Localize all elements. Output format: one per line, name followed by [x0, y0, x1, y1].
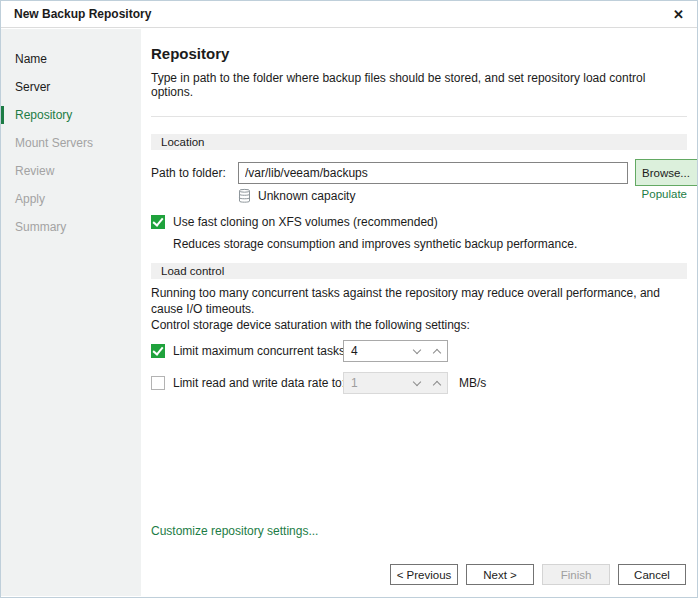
data-rate-label: Limit read and write data rate to: — [173, 376, 345, 390]
next-button[interactable]: Next > — [466, 564, 534, 585]
sidebar-item-name[interactable]: Name — [1, 45, 141, 73]
page-subtitle: Type in path to the folder where backup … — [151, 71, 687, 99]
browse-button[interactable]: Browse... — [635, 159, 698, 186]
header-divider — [151, 116, 687, 117]
max-tasks-checkbox[interactable] — [151, 344, 165, 358]
load-control-description-line1: Running too many concurrent tasks agains… — [151, 285, 687, 317]
chevron-down-icon[interactable] — [407, 341, 427, 361]
sidebar-item-summary[interactable]: Summary — [1, 213, 141, 241]
customize-repository-settings-link[interactable]: Customize repository settings... — [151, 524, 318, 538]
fast-cloning-checkbox[interactable] — [151, 215, 165, 229]
load-control-description-line2: Control storage device saturation with t… — [151, 317, 687, 333]
previous-button[interactable]: < Previous — [390, 564, 458, 585]
sidebar-item-server[interactable]: Server — [1, 73, 141, 101]
fast-cloning-label: Use fast cloning on XFS volumes (recomme… — [173, 215, 438, 229]
page-title: Repository — [151, 45, 687, 62]
sidebar-item-mount-servers[interactable]: Mount Servers — [1, 129, 141, 157]
chevron-down-icon — [407, 373, 427, 393]
data-rate-value: 1 — [344, 376, 407, 390]
fast-cloning-row: Use fast cloning on XFS volumes (recomme… — [151, 215, 687, 229]
data-rate-checkbox[interactable] — [151, 376, 165, 390]
path-to-folder-row: Path to folder: Browse... Populate — [151, 161, 687, 185]
capacity-status-text: Unknown capacity — [258, 189, 355, 203]
location-section-header: Location — [151, 134, 687, 150]
sidebar-item-repository[interactable]: Repository — [1, 101, 141, 129]
chevron-up-icon[interactable] — [427, 341, 447, 361]
close-icon[interactable]: ✕ — [673, 8, 684, 21]
data-rate-unit: MB/s — [459, 376, 486, 390]
sidebar-item-apply[interactable]: Apply — [1, 185, 141, 213]
max-tasks-label: Limit maximum concurrent tasks to: — [173, 344, 362, 358]
load-control-description: Running too many concurrent tasks agains… — [151, 285, 687, 333]
max-tasks-value[interactable]: 4 — [344, 344, 407, 358]
window-title: New Backup Repository — [14, 7, 151, 21]
fast-cloning-description: Reduces storage consumption and improves… — [173, 237, 687, 251]
capacity-status-row: Unknown capacity — [238, 187, 687, 204]
max-tasks-row: Limit maximum concurrent tasks to: 4 — [151, 339, 687, 363]
database-icon — [238, 188, 251, 204]
load-control-section-header: Load control — [151, 263, 687, 279]
chevron-up-icon — [427, 373, 447, 393]
wizard-footer: < Previous Next > Finish Cancel — [390, 564, 686, 585]
title-bar: New Backup Repository ✕ — [1, 1, 697, 28]
wizard-steps-sidebar: Name Server Repository Mount Servers Rev… — [1, 29, 141, 596]
new-backup-repository-dialog: New Backup Repository ✕ Name Server Repo… — [0, 0, 698, 598]
sidebar-item-review[interactable]: Review — [1, 157, 141, 185]
max-tasks-spinner[interactable]: 4 — [343, 340, 448, 362]
finish-button: Finish — [542, 564, 610, 585]
data-rate-spinner: 1 — [343, 372, 448, 394]
path-to-folder-label: Path to folder: — [151, 166, 238, 180]
data-rate-row: Limit read and write data rate to: 1 MB/… — [151, 371, 687, 395]
main-content: Repository Type in path to the folder wh… — [141, 29, 697, 597]
path-to-folder-input[interactable] — [238, 162, 628, 184]
cancel-button[interactable]: Cancel — [618, 564, 686, 585]
populate-link[interactable]: Populate — [642, 188, 687, 200]
